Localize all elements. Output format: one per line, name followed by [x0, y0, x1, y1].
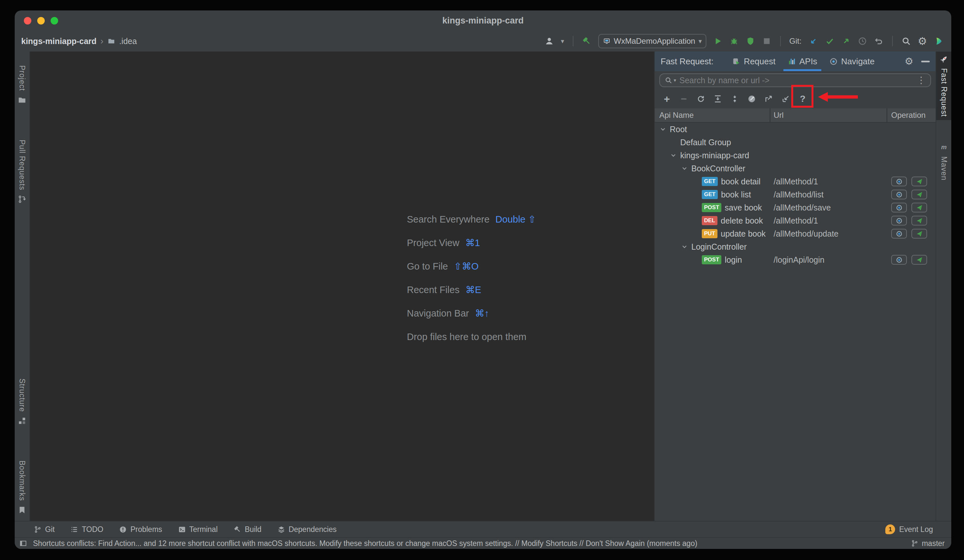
bookmark-icon — [18, 505, 26, 514]
settings-gear-icon[interactable]: ⚙ — [918, 36, 927, 46]
breadcrumb: kings-miniapp-card › .idea — [21, 36, 137, 46]
api-table-header: Api Name Url Operation — [655, 108, 936, 123]
search-everywhere-button[interactable] — [901, 36, 911, 46]
tree-group-Default-Group[interactable]: Default Group — [655, 136, 936, 149]
api-url: /allMethod/save — [773, 203, 831, 213]
tab-apis[interactable]: APIs — [782, 52, 823, 71]
tree-group-kings-miniapp-card[interactable]: kings-miniapp-card — [655, 149, 936, 162]
debug-button[interactable] — [729, 36, 739, 46]
divider — [780, 36, 781, 46]
tree-group-BookController[interactable]: BookController — [655, 162, 936, 175]
tool-window-button-structure[interactable]: Structure — [15, 375, 29, 429]
tool-window-button-maven[interactable]: mMaven — [936, 140, 951, 184]
run-config-name: WxMaDemoApplication — [614, 37, 695, 46]
chevron-down-icon[interactable] — [669, 152, 677, 159]
bottom-tool-dependencies[interactable]: Dependencies — [277, 525, 337, 534]
view-api-button[interactable] — [891, 255, 907, 265]
status-message[interactable]: Shortcuts conflicts: Find Action... and … — [33, 539, 697, 548]
hide-panel-icon[interactable] — [921, 61, 930, 62]
api-row-login[interactable]: POSTlogin/loginApi/login — [655, 253, 936, 266]
api-tree: RootDefault Groupkings-miniapp-cardBookC… — [655, 123, 936, 521]
git-update-button[interactable] — [809, 36, 818, 46]
git-commit-button[interactable] — [825, 36, 835, 46]
tool-window-button-bookmarks[interactable]: Bookmarks — [15, 457, 29, 518]
git-rollback-button[interactable] — [874, 36, 884, 46]
git-branch-widget[interactable]: master — [911, 539, 945, 548]
column-api-name: Api Name — [655, 108, 770, 122]
breadcrumb-project[interactable]: kings-miniapp-card — [21, 37, 97, 46]
maven-icon: m — [940, 143, 948, 152]
api-url: /allMethod/1 — [773, 177, 818, 186]
view-api-button[interactable] — [891, 203, 907, 213]
view-api-button[interactable] — [891, 216, 907, 226]
send-request-button[interactable] — [912, 177, 927, 186]
export-icon[interactable] — [763, 93, 774, 104]
bottom-tool-todo[interactable]: TODO — [70, 525, 103, 534]
event-log-label: Event Log — [899, 525, 933, 534]
chevron-down-icon[interactable] — [680, 165, 689, 172]
expand-all-icon[interactable] — [712, 93, 723, 104]
send-request-button[interactable] — [912, 229, 927, 239]
api-row-delete-book[interactable]: DELdelete book/allMethod/1 — [655, 214, 936, 227]
more-options-icon[interactable]: ⋮ — [917, 76, 926, 85]
branch-name: master — [922, 539, 945, 548]
add-icon[interactable]: + — [661, 93, 673, 104]
postman-icon[interactable] — [746, 93, 757, 104]
tool-window-button-pull-requests[interactable]: Pull Requests — [15, 136, 29, 207]
api-row-save-book[interactable]: POSTsave book/allMethod/save — [655, 201, 936, 214]
chevron-down-icon[interactable] — [680, 243, 689, 250]
bottom-tool-git[interactable]: Git — [34, 525, 55, 534]
event-log-button[interactable]: 1 Event Log — [885, 524, 933, 534]
bottom-tool-problems[interactable]: Problems — [119, 525, 162, 534]
send-request-button[interactable] — [912, 190, 927, 200]
bottom-tool-build[interactable]: Build — [233, 525, 262, 534]
view-api-button[interactable] — [891, 190, 907, 200]
shortcut-hint: Project View⌘1 — [407, 231, 536, 255]
tab-request[interactable]: Request — [726, 52, 782, 71]
chevron-down-icon: ▾ — [699, 37, 702, 45]
bottom-tool-terminal[interactable]: Terminal — [178, 525, 218, 534]
view-api-button[interactable] — [891, 177, 907, 186]
run-button[interactable] — [713, 36, 723, 46]
tool-window-toggle-icon[interactable] — [19, 539, 27, 547]
remove-icon: − — [678, 93, 689, 104]
tree-group-LoginController[interactable]: LoginController — [655, 240, 936, 253]
bottom-toolbar: GitTODOProblemsTerminalBuildDependencies… — [15, 521, 951, 537]
problems-icon — [119, 526, 127, 534]
run-configuration-select[interactable]: WxMaDemoApplication ▾ — [598, 34, 706, 48]
api-row-book-detail[interactable]: GETbook detail/allMethod/1 — [655, 175, 936, 188]
breadcrumb-folder[interactable]: .idea — [119, 37, 137, 46]
main-toolbar: kings-miniapp-card › .idea ▾ WxMaDemoApp… — [15, 31, 951, 52]
collapse-all-icon[interactable] — [729, 93, 740, 104]
git-push-button[interactable] — [841, 36, 851, 46]
folder-icon — [107, 37, 115, 45]
api-row-book-list[interactable]: GETbook list/allMethod/list — [655, 188, 936, 201]
fast-request-header: Fast Request: RequestAPIsNavigate ⚙ — [655, 52, 936, 71]
chevron-down-icon: ▾ — [561, 37, 564, 45]
send-request-button[interactable] — [912, 203, 927, 213]
tab-navigate[interactable]: Navigate — [823, 52, 881, 71]
api-row-update-book[interactable]: PUTupdate book/allMethod/update — [655, 227, 936, 240]
navigate-tab-icon — [829, 57, 838, 66]
build-project-button[interactable] — [582, 36, 592, 46]
svg-text:m: m — [941, 144, 947, 151]
import-icon[interactable] — [780, 93, 791, 104]
user-account-icon[interactable] — [544, 36, 554, 46]
tool-window-button-project[interactable]: Project — [15, 62, 29, 108]
api-url: /allMethod/list — [773, 190, 824, 200]
plugin-logo-icon[interactable] — [934, 36, 943, 46]
method-badge: POST — [702, 203, 721, 212]
view-api-button[interactable] — [891, 229, 907, 239]
run-with-coverage-button[interactable] — [746, 36, 756, 46]
search-icon — [664, 76, 673, 84]
send-request-button[interactable] — [912, 216, 927, 226]
tree-group-Root[interactable]: Root — [655, 123, 936, 136]
tool-window-button-fast-request[interactable]: Fast Request — [936, 52, 951, 120]
panel-settings-gear-icon[interactable]: ⚙ — [905, 57, 914, 66]
chevron-down-icon[interactable] — [659, 126, 667, 133]
refresh-icon[interactable] — [695, 93, 706, 104]
apis-tab-icon — [787, 57, 796, 66]
screen: kings-miniapp-card kings-miniapp-card › … — [0, 0, 964, 560]
send-request-button[interactable] — [912, 255, 927, 265]
left-tool-stripe: ProjectPull Requests StructureBookmarks — [15, 52, 30, 521]
